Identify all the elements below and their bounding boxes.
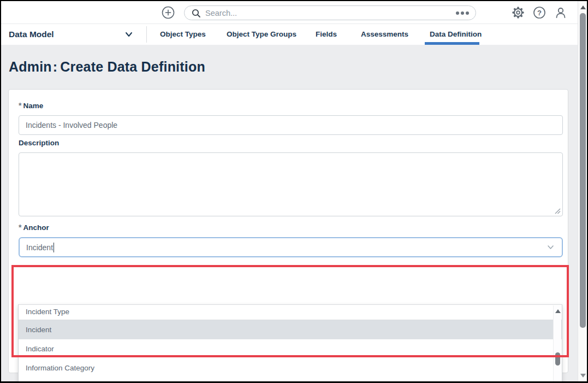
dropdown-option[interactable]: Incident (19, 320, 562, 339)
anchor-combobox-value: Incident (26, 243, 53, 252)
tab-object-types[interactable]: Object Types (160, 24, 206, 45)
gear-icon[interactable] (512, 6, 525, 19)
dropdown-scrollbar-thumb[interactable] (555, 352, 560, 366)
name-field[interactable] (19, 115, 563, 135)
module-selector[interactable]: Data Model (9, 24, 54, 45)
person-icon[interactable] (554, 6, 567, 19)
text-cursor (54, 243, 54, 252)
dropdown-option[interactable]: Information Category (19, 358, 562, 378)
dropdown-option[interactable]: Indicator (19, 339, 562, 358)
anchor-label: *Anchor (19, 223, 49, 232)
tab-fields[interactable]: Fields (316, 24, 337, 45)
scroll-down-arrow-icon[interactable] (580, 374, 586, 378)
page-title-text: Create Data Definition (60, 59, 205, 74)
search-bar[interactable] (184, 5, 476, 20)
question-circle-icon[interactable]: ? (533, 6, 546, 19)
required-marker: * (19, 101, 21, 110)
page-scrollbar[interactable] (578, 1, 587, 381)
app-surface: ? Data Model Object Types Obje (1, 1, 587, 381)
app-window: ? Data Model Object Types Obje (0, 0, 588, 383)
chevron-down-icon[interactable] (125, 32, 133, 37)
nav-bar: Data Model Object Types Object Type Grou… (1, 24, 578, 45)
dropdown-option[interactable]: Incident Type (19, 305, 562, 320)
svg-text:?: ? (537, 9, 542, 17)
tab-object-type-groups[interactable]: Object Type Groups (227, 24, 296, 45)
plus-circle-icon[interactable] (162, 6, 175, 19)
name-label: *Name (19, 101, 43, 110)
description-field-wrap (19, 152, 563, 216)
page-title-prefix: Admin (9, 59, 52, 74)
required-marker: * (19, 223, 21, 232)
top-bar: ? (1, 1, 578, 24)
more-options-icon[interactable] (456, 11, 469, 15)
anchor-combobox[interactable]: Incident (19, 237, 563, 257)
module-selector-label: Data Model (9, 30, 54, 39)
page-scrollbar-thumb[interactable] (580, 13, 586, 328)
description-label: Description (19, 139, 59, 147)
description-field[interactable] (19, 152, 563, 216)
page-title-separator: : (52, 59, 61, 74)
search-input[interactable] (205, 9, 456, 17)
resize-grip-icon[interactable] (555, 208, 561, 214)
anchor-dropdown-list: Incident Type Incident Indicator Informa… (18, 304, 562, 381)
page-content: Admin:Create Data Definition *Name Descr… (1, 45, 578, 381)
dropdown-option[interactable]: Injury (19, 378, 562, 381)
tab-assessments[interactable]: Assessments (361, 24, 408, 45)
chevron-down-icon[interactable] (547, 245, 554, 250)
scroll-up-arrow-icon[interactable] (580, 5, 586, 9)
magnifier-icon (191, 8, 201, 18)
scroll-up-arrow-icon[interactable] (555, 309, 561, 313)
page-title: Admin:Create Data Definition (9, 59, 205, 75)
dropdown-scrollbar[interactable] (553, 305, 561, 381)
nav-divider (146, 26, 147, 43)
